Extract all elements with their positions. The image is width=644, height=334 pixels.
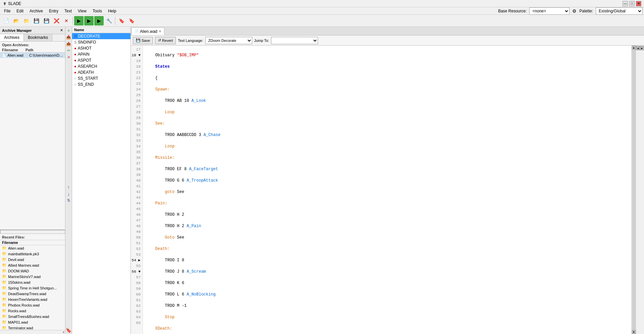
menu-edit[interactable]: Edit bbox=[14, 8, 26, 14]
bookmark2-button[interactable]: 🔖 bbox=[127, 16, 136, 25]
tree-item-ashot[interactable]: ● ASHOT bbox=[72, 45, 130, 51]
open2-button[interactable]: 📁 bbox=[21, 16, 31, 25]
vscroll-down-button[interactable]: ▼ bbox=[632, 330, 636, 334]
archives-list: 📄 Alien.wad C:\Users\mason\Desktop bbox=[0, 53, 65, 229]
recent-item-phobos[interactable]: 📁Phobos Rocks.wad bbox=[0, 302, 65, 308]
recent-item-alien[interactable]: 📁Alien.wad bbox=[0, 245, 65, 251]
recent-item-hexen[interactable]: 📁HexenTreeVariants.wad bbox=[0, 296, 65, 302]
rename-icon[interactable]: ✏ bbox=[66, 48, 72, 54]
tab-close-icon[interactable]: ✕ bbox=[159, 29, 161, 33]
recent-item-deadswamp[interactable]: 📁DeadSwampTrees.wad bbox=[0, 291, 65, 296]
menu-view[interactable]: View bbox=[75, 8, 89, 14]
tree-item-adeath[interactable]: ● ADEATH bbox=[72, 69, 130, 75]
jump-to-select[interactable] bbox=[271, 37, 318, 44]
recent-item-mainbattle[interactable]: 📁mainbattletank.pk3 bbox=[0, 251, 65, 257]
folder-icon: 📁 bbox=[2, 297, 7, 302]
recent-item-terminator[interactable]: 📁Terminator.wad bbox=[0, 325, 65, 330]
recent-item-rocks[interactable]: 📁Rocks.wad bbox=[0, 308, 65, 314]
bookmark-button[interactable]: 🔖 bbox=[117, 16, 126, 25]
redo-button[interactable]: ▶ bbox=[84, 16, 94, 25]
tree-item-label: ASHOT bbox=[78, 46, 92, 51]
close-all-button[interactable]: ✕ bbox=[62, 16, 71, 25]
left-icons-panel: + 📥 📤 ✏ ✕ ↑ ↓ ⇅ 🔖 bbox=[65, 27, 72, 334]
editor-tab-alien[interactable]: 📄 Alien.wad ✕ bbox=[131, 27, 164, 35]
new-button[interactable]: 📄 bbox=[1, 16, 11, 25]
tab-bookmarks[interactable]: Bookmarks bbox=[24, 34, 52, 41]
move-up-icon[interactable]: ↑ bbox=[66, 184, 72, 190]
tree-header: Name bbox=[72, 27, 130, 33]
text-language-select[interactable]: ZDoom Decorate bbox=[205, 37, 252, 44]
recent-item-doom[interactable]: 📁DOOM.WAD bbox=[0, 268, 65, 274]
base-resource-gear-icon[interactable]: ⚙ bbox=[572, 8, 577, 14]
recent-item-label: Phobos Rocks.wad bbox=[8, 303, 40, 307]
palette-select[interactable]: Existing/Global bbox=[596, 7, 643, 15]
recent-item-marineskins[interactable]: 📁MarineSkinsV7.wad bbox=[0, 274, 65, 279]
folder-icon: 📁 bbox=[2, 286, 7, 290]
hscroll-right-button[interactable]: ► bbox=[640, 46, 644, 50]
recent-item-devil[interactable]: 📁Devil.wad bbox=[0, 257, 65, 262]
vscroll-up-button[interactable]: ▲ bbox=[632, 46, 636, 50]
menu-tools[interactable]: Tools bbox=[90, 8, 105, 14]
revert-button[interactable]: ↺ Revert bbox=[155, 37, 176, 44]
close-archive-button[interactable]: ❌ bbox=[52, 16, 61, 25]
folder-icon: 📁 bbox=[2, 274, 7, 279]
archive-filename: Alien.wad bbox=[7, 53, 29, 57]
menu-text[interactable]: Text bbox=[62, 8, 74, 14]
run-button[interactable]: ▶ bbox=[94, 16, 104, 25]
save-all-button[interactable]: 💾 bbox=[42, 16, 51, 25]
recent-item-150skins[interactable]: 📁150skins.wad bbox=[0, 279, 65, 285]
recent-item-allied[interactable]: 📁Allied Marines.wad bbox=[0, 262, 65, 268]
editor-vscroll[interactable]: ▲ ▼ bbox=[631, 46, 636, 334]
tree-item-ss-end[interactable]: ○ SS_END bbox=[72, 81, 130, 87]
archive-manager-close-icon[interactable]: ✕ bbox=[60, 28, 63, 32]
menu-entry[interactable]: Entry bbox=[46, 8, 61, 14]
bookmark-side-icon[interactable]: 🔖 bbox=[66, 327, 72, 333]
debug-button[interactable]: 🔧 bbox=[104, 16, 114, 25]
tree-item-ss-start[interactable]: ○ SS_START bbox=[72, 75, 130, 81]
tree-item-asearch[interactable]: ● ASEARCH bbox=[72, 63, 130, 69]
code-line-36: TROO J 8 A_Scream bbox=[146, 269, 629, 275]
menu-archive[interactable]: Archive bbox=[27, 8, 46, 14]
recent-item-smalltrees[interactable]: 📁SmallTrees&Bushes.wad bbox=[0, 314, 65, 319]
tree-item-apain[interactable]: ● APAIN bbox=[72, 51, 130, 57]
sort-icon[interactable]: ⇅ bbox=[66, 198, 72, 204]
move-down-icon[interactable]: ↓ bbox=[66, 191, 72, 197]
menu-help[interactable]: Help bbox=[105, 8, 119, 14]
new-entry-icon[interactable]: + bbox=[66, 27, 72, 34]
tab-archives[interactable]: Archives bbox=[0, 34, 24, 41]
tree-item-aspot[interactable]: ● ASPOT bbox=[72, 57, 130, 63]
save-button[interactable]: 💾 bbox=[32, 16, 41, 25]
archive-hscroll[interactable] bbox=[0, 229, 65, 233]
open-archives-label: Open Archives: bbox=[0, 42, 65, 48]
recent-item-map01a[interactable]: 📁MAP01.wad bbox=[0, 319, 65, 325]
recent-files-hscroll[interactable]: ▼ bbox=[0, 330, 65, 334]
import-icon[interactable]: 📥 bbox=[66, 34, 72, 40]
undo-button[interactable]: ▶ bbox=[74, 16, 84, 25]
adeath-icon: ● bbox=[74, 70, 76, 74]
code-line-35: TROO I 8 bbox=[146, 258, 629, 263]
recent-item-spring[interactable]: 📁Spring Time in Hell Shotgun... bbox=[0, 285, 65, 291]
delete-icon[interactable]: ✕ bbox=[66, 54, 72, 60]
open-button[interactable]: 📂 bbox=[11, 16, 21, 25]
close-button[interactable]: ✕ bbox=[636, 1, 641, 6]
tree-item-sndinfo[interactable]: S SNDINFO bbox=[72, 39, 130, 45]
minimize-button[interactable]: — bbox=[623, 1, 628, 6]
base-resource-select[interactable]: <none> bbox=[529, 7, 570, 15]
editor-hscroll[interactable]: ◄ ► bbox=[636, 46, 644, 50]
save-entry-button[interactable]: 💾 Save bbox=[133, 37, 153, 44]
app-title: SLADE bbox=[8, 1, 21, 6]
archive-row[interactable]: 📄 Alien.wad C:\Users\mason\Desktop bbox=[0, 53, 65, 58]
recent-item-label: mainbattletank.pk3 bbox=[8, 252, 39, 256]
maximize-button[interactable]: □ bbox=[629, 1, 635, 6]
code-content[interactable]: Obituary "$OB_IMP" States { Spawn: TROO … bbox=[143, 46, 631, 334]
code-line-32: TROO H 2 A_Pain bbox=[146, 223, 629, 229]
vscroll-thumb[interactable] bbox=[632, 50, 636, 330]
export-icon[interactable]: 📤 bbox=[66, 41, 72, 47]
menu-file[interactable]: File bbox=[1, 8, 13, 14]
hscroll-left-button[interactable]: ◄ bbox=[636, 46, 640, 50]
code-line-33: Goto See bbox=[146, 235, 629, 241]
code-line-24: TROO AABBCCDD 3 A_Chase bbox=[146, 132, 629, 138]
tree-item-decorate[interactable]: D DECORATE bbox=[72, 33, 130, 39]
code-line-22: Loop bbox=[146, 110, 629, 115]
main-layout: Archive Manager ✕ Archives Bookmarks Ope… bbox=[0, 27, 644, 334]
